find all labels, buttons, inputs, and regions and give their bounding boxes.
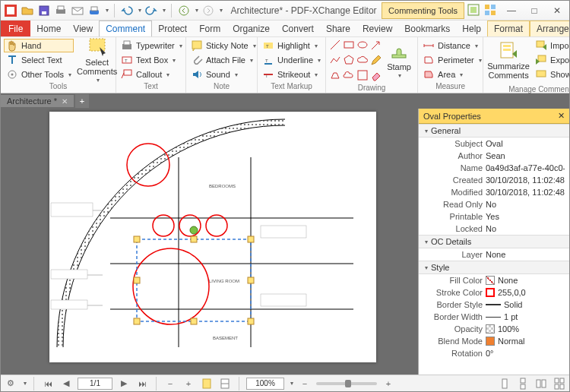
zoom-slider[interactable] — [316, 382, 377, 385]
layout-single-icon[interactable] — [498, 377, 511, 390]
tab-file[interactable]: File — [1, 21, 30, 36]
nav-back-icon[interactable] — [177, 4, 191, 17]
options-icon[interactable]: ⚙ — [4, 377, 17, 390]
zoom-out-icon[interactable]: − — [163, 377, 177, 390]
strikeout-tool[interactable]: TStrikeout▾ — [261, 68, 322, 81]
prop-printable[interactable]: Yes — [486, 212, 565, 221]
prop-author[interactable]: Sean — [486, 151, 565, 160]
sticky-note-tool[interactable]: Sticky Note▾ — [189, 39, 258, 52]
shape-polygon[interactable] — [343, 54, 355, 68]
shape-cloud2[interactable] — [343, 69, 355, 83]
shape-oval[interactable] — [356, 39, 369, 52]
prop-readonly[interactable]: No — [486, 200, 565, 209]
qat-dropdown[interactable]: ▾ — [106, 7, 109, 14]
add-tab-button[interactable]: + — [75, 94, 89, 108]
nav-first-icon[interactable]: ⏮ — [41, 377, 55, 390]
tab-home[interactable]: Home — [30, 21, 67, 36]
nav-next-icon[interactable]: ▶ — [117, 377, 131, 390]
select-comments-tool[interactable]: Select Comments▾ — [77, 39, 117, 81]
document-tab[interactable]: Architecture *✕ — [1, 95, 74, 107]
tab-convert[interactable]: Convert — [276, 21, 320, 36]
page-display[interactable]: 1/1 — [78, 378, 112, 390]
other-tools[interactable]: Other Tools▾ — [4, 68, 74, 81]
ui-opt2-icon[interactable] — [484, 4, 496, 17]
print-icon[interactable] — [54, 4, 68, 17]
undo-icon[interactable] — [120, 4, 134, 17]
canvas[interactable]: BEDROOMS LIVING ROOM BASEMENT — [1, 109, 418, 375]
zoom-plus-icon[interactable]: + — [382, 377, 395, 390]
close-button[interactable]: ✕ — [546, 3, 568, 18]
shape-rect2[interactable] — [356, 69, 369, 83]
shape-poly2[interactable] — [329, 69, 341, 83]
textbox-tool[interactable]: TText Box▾ — [119, 53, 184, 67]
shape-polyline[interactable] — [329, 54, 341, 68]
maximize-button[interactable]: □ — [524, 3, 545, 18]
page[interactable]: BEDROOMS LIVING ROOM BASEMENT — [49, 112, 376, 362]
prop-rotation[interactable]: 0° — [486, 349, 565, 358]
prop-layer[interactable]: None — [486, 250, 565, 259]
prop-blend[interactable]: Normal — [486, 337, 565, 346]
prop-locked[interactable]: No — [486, 224, 565, 233]
callout-tool[interactable]: Callout▾ — [119, 68, 184, 81]
tab-share[interactable]: Share — [320, 21, 356, 36]
tab-help[interactable]: Help — [456, 21, 487, 36]
tab-format[interactable]: Format — [487, 21, 530, 36]
tab-comment[interactable]: Comment — [99, 21, 152, 36]
stamp-tool[interactable]: Stamp▾ — [384, 39, 414, 81]
tab-review[interactable]: Review — [356, 21, 398, 36]
zoom-in-icon[interactable]: + — [182, 377, 195, 390]
summarize-comments[interactable]: Summarize Comments — [486, 39, 530, 81]
zoom-minus-icon[interactable]: − — [298, 377, 312, 390]
email-icon[interactable] — [71, 4, 84, 17]
attach-file-tool[interactable]: Attach File▾ — [189, 53, 258, 67]
tab-arrange[interactable]: Arrange — [530, 21, 570, 36]
tab-bookmarks[interactable]: Bookmarks — [398, 21, 456, 36]
show-comments[interactable]: Show▾ — [534, 68, 570, 81]
layout-facing-cont-icon[interactable] — [553, 377, 566, 390]
fit-page-icon[interactable] — [200, 377, 214, 390]
prop-name[interactable]: 0a49d3af-a77e-40c0-8abb72613… — [486, 163, 565, 172]
prop-subject[interactable]: Oval — [486, 139, 565, 148]
minimize-button[interactable]: — — [501, 3, 522, 18]
layout-facing-icon[interactable] — [534, 377, 548, 390]
highlight-tool[interactable]: THighlight▾ — [261, 39, 322, 52]
section-oc[interactable]: ▾OC Details — [419, 235, 569, 248]
zoom-display[interactable]: 100% — [246, 378, 284, 390]
tab-form[interactable]: Form — [193, 21, 226, 36]
prop-opacity[interactable]: 100% — [486, 324, 565, 334]
perimeter-tool[interactable]: Perimeter▾ — [421, 53, 483, 67]
tab-protect[interactable]: Protect — [152, 21, 193, 36]
prop-stroke[interactable]: 255,0,0 — [486, 288, 565, 297]
fit-width-icon[interactable] — [218, 377, 232, 390]
open-icon[interactable] — [21, 4, 34, 17]
nav-prev-icon[interactable]: ◀ — [59, 377, 73, 390]
close-doc-icon[interactable]: ✕ — [62, 97, 68, 106]
export-comments[interactable]: Export — [534, 53, 570, 67]
section-style[interactable]: ▾Style — [419, 261, 569, 274]
shape-cloud[interactable] — [356, 54, 369, 68]
ui-opt1-icon[interactable] — [467, 4, 480, 17]
underline-tool[interactable]: TUnderline▾ — [261, 53, 322, 67]
shape-line[interactable] — [329, 39, 341, 52]
hand-tool[interactable]: Hand — [4, 39, 74, 52]
sound-tool[interactable]: Sound▾ — [189, 68, 258, 81]
redo-icon[interactable] — [144, 4, 158, 17]
save-icon[interactable] — [37, 4, 51, 17]
shape-rect[interactable] — [343, 39, 355, 52]
select-text-tool[interactable]: Select Text — [4, 53, 74, 67]
prop-border-style[interactable]: Solid — [486, 300, 565, 309]
tab-organize[interactable]: Organize — [226, 21, 276, 36]
distance-tool[interactable]: Distance▾ — [421, 39, 483, 52]
shape-arrow[interactable] — [370, 39, 382, 52]
shape-pencil[interactable] — [370, 54, 382, 68]
layout-cont-icon[interactable] — [516, 377, 530, 390]
scan-icon[interactable] — [87, 4, 101, 17]
typewriter-tool[interactable]: Typewriter▾ — [119, 39, 184, 52]
panel-close-icon[interactable]: ✕ — [558, 111, 565, 121]
import-comments[interactable]: Import — [534, 39, 570, 52]
section-general[interactable]: ▾General — [419, 124, 569, 138]
prop-border-width[interactable]: 1 pt — [486, 312, 565, 321]
area-tool[interactable]: Area▾ — [421, 68, 483, 81]
prop-fill[interactable]: None — [486, 276, 565, 285]
eraser-tool[interactable] — [370, 69, 382, 83]
